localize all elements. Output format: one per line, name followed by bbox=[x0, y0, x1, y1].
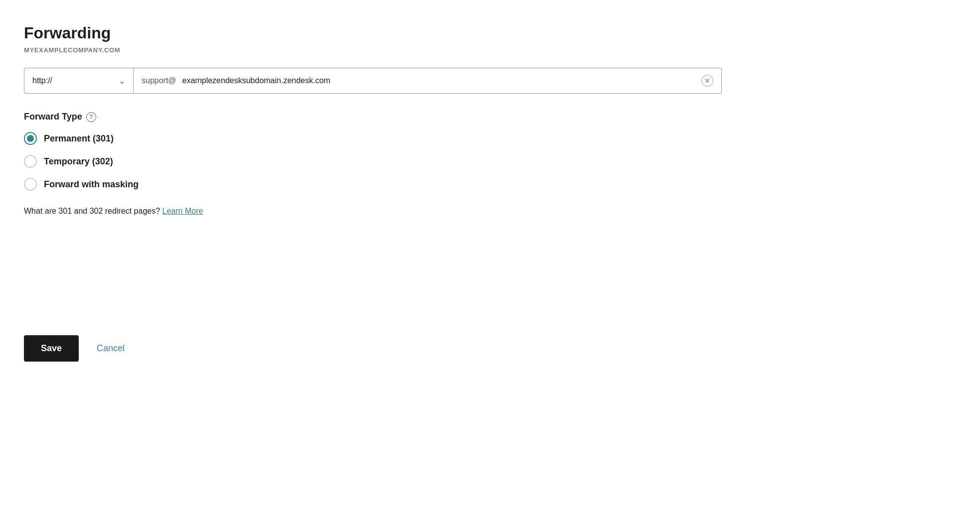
radio-label-permanent: Permanent (301) bbox=[44, 133, 114, 144]
radio-option-masking[interactable]: Forward with masking bbox=[24, 178, 956, 191]
radio-circle-masking[interactable] bbox=[24, 178, 37, 191]
save-button[interactable]: Save bbox=[24, 335, 79, 362]
radio-option-permanent[interactable]: Permanent (301) bbox=[24, 132, 956, 145]
forward-type-label: Forward Type bbox=[24, 112, 82, 122]
radio-option-temporary[interactable]: Temporary (302) bbox=[24, 155, 956, 168]
destination-input[interactable]: support@ examplezendesksubdomain.zendesk… bbox=[134, 68, 722, 94]
radio-circle-temporary[interactable] bbox=[24, 155, 37, 168]
page-title: Forwarding bbox=[24, 24, 956, 42]
radio-label-masking: Forward with masking bbox=[44, 179, 139, 190]
protocol-value: http:// bbox=[32, 76, 52, 85]
radio-circle-permanent[interactable] bbox=[24, 132, 37, 145]
radio-label-temporary: Temporary (302) bbox=[44, 156, 113, 167]
footer-actions: Save Cancel bbox=[24, 335, 956, 362]
url-row: http:// ⌄ support@ examplezendesksubdoma… bbox=[24, 68, 722, 94]
redirect-info-text: What are 301 and 302 redirect pages? bbox=[24, 207, 160, 215]
forward-type-header: Forward Type ? bbox=[24, 112, 956, 122]
domain-label: MYEXAMPLECOMPANY.COM bbox=[24, 46, 956, 54]
protocol-select[interactable]: http:// ⌄ bbox=[24, 68, 134, 94]
forward-type-section: Forward Type ? Permanent (301) Temporary… bbox=[24, 112, 956, 191]
redirect-info: What are 301 and 302 redirect pages? Lea… bbox=[24, 207, 956, 216]
chevron-down-icon: ⌄ bbox=[119, 76, 125, 86]
destination-value: examplezendesksubdomain.zendesk.com bbox=[182, 76, 701, 85]
destination-prefix: support@ bbox=[142, 76, 176, 85]
cancel-button[interactable]: Cancel bbox=[93, 335, 129, 362]
radio-group: Permanent (301) Temporary (302) Forward … bbox=[24, 132, 956, 191]
help-icon[interactable]: ? bbox=[86, 112, 96, 122]
learn-more-link[interactable]: Learn More bbox=[163, 207, 203, 215]
clear-icon[interactable]: ✕ bbox=[701, 75, 713, 87]
